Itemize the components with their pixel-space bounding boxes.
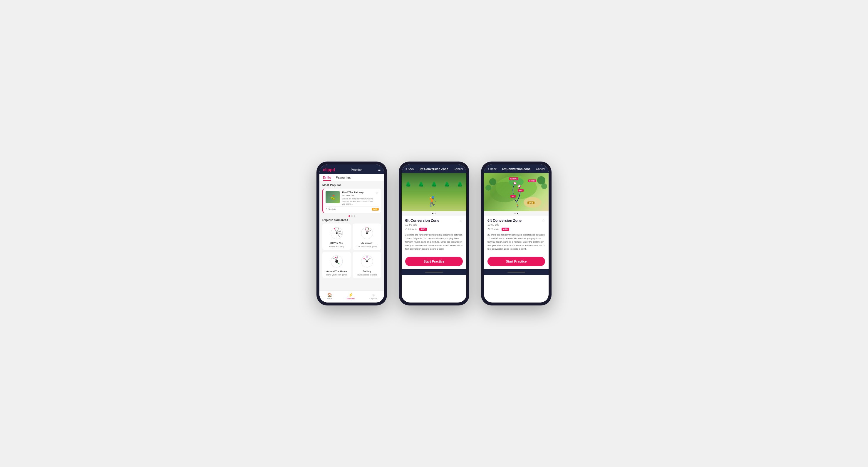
app-header: clippd Practice ≡ [319, 165, 384, 174]
nav-home[interactable]: 🏠 Home [327, 293, 332, 300]
image-dots-3 [484, 211, 549, 215]
shots-count: ⏱ 10 shots [326, 208, 336, 210]
app-logo: clippd [323, 167, 335, 172]
drill-image-photo: 🌲 🌲 🌲 🌲 🌲 🏌️ [402, 173, 466, 211]
drill-category: Off The Tee [342, 194, 373, 197]
svg-point-28 [337, 257, 338, 258]
img-dot-3-1 [514, 213, 516, 214]
skill-areas-title: Explore skill areas [322, 219, 381, 222]
course-map-svg: Hit Miss FAIRWAY ROUGH SAND 🏌️ [484, 173, 549, 211]
golfer-figure: 🏌️ [427, 196, 439, 207]
home-bar [425, 272, 443, 273]
drill-thumbnail [326, 191, 340, 203]
svg-point-37 [364, 258, 365, 259]
svg-point-29 [333, 258, 334, 259]
svg-point-20 [370, 230, 371, 231]
favourite-icon[interactable]: ☆ [375, 191, 379, 205]
cancel-button[interactable]: Cancel [454, 167, 463, 171]
nav-activities[interactable]: ⚡ Activities [347, 293, 355, 300]
drill-range-3: 10-50 yds [488, 223, 522, 226]
category-badge: OTT [372, 208, 379, 210]
header-title: Practice [351, 168, 363, 171]
skill-card-approach[interactable]: Approach Dial-in to hit the green [352, 224, 381, 250]
shots-meta-3: ⏱ 20 shots [488, 228, 499, 231]
dot-1 [348, 215, 350, 217]
back-button[interactable]: < Back [405, 167, 414, 171]
drill-title: Find The Fairway [342, 191, 373, 194]
svg-point-45 [537, 176, 546, 185]
svg-point-11 [340, 231, 341, 232]
bottom-nav: 🏠 Home ⚡ Activities ⊕ Capture [319, 291, 384, 302]
svg-text:Hit: Hit [512, 196, 514, 197]
featured-drill-card[interactable]: Find The Fairway Off The Tee Create an i… [322, 189, 381, 213]
tree-2: 🌲 [418, 181, 424, 188]
dot-2 [351, 215, 352, 217]
start-practice-button[interactable]: Start Practice [405, 257, 463, 266]
tree-1: 🌲 [405, 181, 411, 188]
skill-card-ott[interactable]: Off The Tee Power accuracy [322, 224, 351, 250]
tab-drills[interactable]: Drills [323, 176, 331, 181]
tab-favourites[interactable]: Favourites [336, 176, 351, 181]
svg-point-27 [335, 257, 336, 258]
svg-text:Miss: Miss [519, 190, 522, 192]
drill-description: 20 shots are randomly generated at dista… [405, 233, 463, 251]
svg-point-47 [514, 182, 516, 185]
approach-icon [360, 226, 374, 240]
drill-description-3: 20 shots are randomly generated at dista… [488, 233, 545, 251]
skill-card-atg[interactable]: Around The Green Hone your short game [322, 252, 351, 278]
atg-icon [330, 254, 344, 269]
img-dot-2 [435, 213, 436, 214]
phone-2: < Back 6ft Conversion Zone Cancel 🌲 🌲 🌲 … [399, 162, 469, 305]
svg-point-44 [486, 185, 491, 191]
drill-detail-header: < Back 6ft Conversion Zone Cancel [402, 165, 466, 173]
home-indicator [402, 269, 466, 275]
home-indicator-3 [484, 269, 549, 275]
image-dots [402, 211, 466, 215]
start-practice-button-3[interactable]: Start Practice [488, 257, 545, 266]
main-content: Most Popular Find The Fairway Off The Te… [319, 181, 384, 291]
drill-info: Find The Fairway Off The Tee Create an i… [342, 191, 373, 205]
activities-label: Activities [347, 298, 355, 300]
skill-grid: Off The Tee Power accuracy [322, 224, 381, 278]
drill-info-section: 6ft Conversion Zone 10-50 yds ☆ ⏱ 20 sho… [402, 215, 466, 254]
drill-title-3: 6ft Conversion Zone [488, 219, 522, 223]
img-dot-3-2 [517, 213, 518, 214]
svg-text:🏌️: 🏌️ [516, 203, 520, 208]
menu-icon[interactable]: ≡ [378, 167, 380, 172]
home-label: Home [327, 298, 332, 300]
svg-point-12 [341, 234, 342, 235]
skill-card-putting[interactable]: Putting Make and lag practice [352, 252, 381, 278]
drill-meta: ⏱ 20 shots ARG [405, 228, 463, 231]
drill-detail-header-3: < Back 6ft Conversion Zone Cancel [484, 165, 549, 173]
tab-bar: Drills Favourites [319, 174, 384, 181]
svg-text:ROUGH: ROUGH [529, 180, 535, 182]
svg-point-23 [335, 260, 338, 263]
cancel-button-3[interactable]: Cancel [536, 167, 545, 171]
tree-3: 🌲 [431, 181, 437, 188]
svg-point-30 [338, 263, 339, 264]
screen-title-3: 6ft Conversion Zone [502, 167, 531, 171]
capture-icon: ⊕ [371, 293, 375, 297]
favourite-star-icon[interactable]: ☆ [460, 219, 463, 223]
ott-name: Off The Tee [330, 242, 343, 244]
favourite-star-icon-3[interactable]: ☆ [542, 219, 545, 223]
drill-title: 6ft Conversion Zone [405, 219, 439, 223]
tree-4: 🌲 [444, 181, 450, 188]
drill-description: Create an imaginary fairway using trees … [342, 197, 373, 205]
back-button-3[interactable]: < Back [488, 167, 497, 171]
drill-info-section-3: 6ft Conversion Zone 10-50 yds ☆ ⏱ 20 sho… [484, 215, 549, 254]
svg-point-32 [366, 261, 368, 262]
svg-line-4 [335, 229, 337, 232]
screen-title: 6ft Conversion Zone [420, 167, 448, 171]
ott-icon [330, 226, 344, 240]
dot-3 [354, 215, 355, 217]
svg-point-46 [541, 183, 547, 189]
drill-image-map: Hit Miss FAIRWAY ROUGH SAND 🏌️ [484, 173, 549, 211]
putting-desc: Make and lag practice [357, 274, 377, 276]
nav-capture[interactable]: ⊕ Capture [369, 293, 377, 300]
background-trees: 🌲 🌲 🌲 🌲 🌲 [402, 173, 466, 188]
putting-name: Putting [363, 270, 371, 273]
most-popular-title: Most Popular [322, 184, 381, 187]
img-dot-1 [432, 213, 433, 214]
svg-point-38 [369, 258, 371, 259]
